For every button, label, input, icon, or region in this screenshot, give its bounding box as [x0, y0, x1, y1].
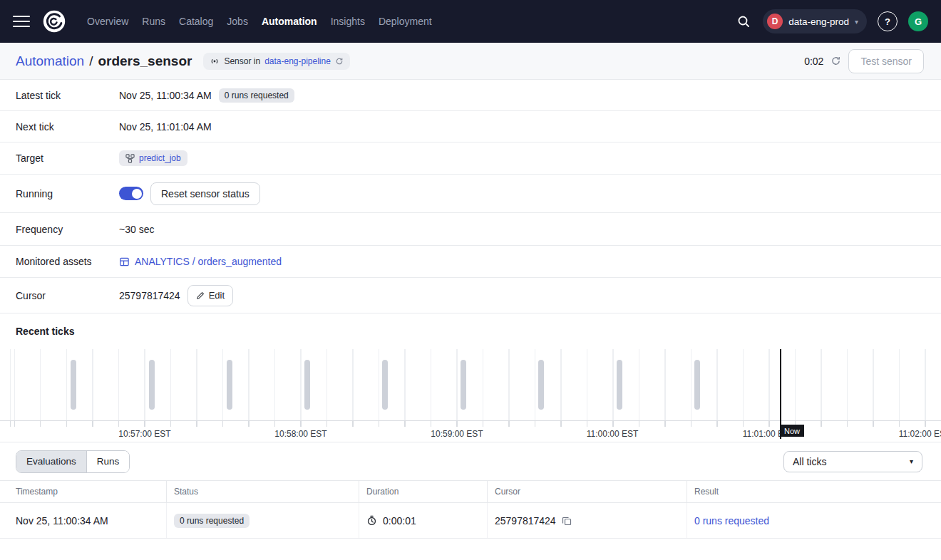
nav-jobs[interactable]: Jobs: [227, 16, 248, 27]
detail-row-frequency: Frequency ~30 sec: [0, 213, 941, 246]
target-job-link[interactable]: predict_job: [119, 150, 187, 166]
evaluations-toolbar: Evaluations Runs All ticks ▾: [0, 442, 941, 480]
test-sensor-button[interactable]: Test sensor: [848, 49, 924, 73]
page-header: Automation / orders_sensor Sensor in dat…: [0, 43, 941, 80]
frequency-label: Frequency: [16, 224, 119, 235]
tick-timeline[interactable]: Now 10:57:00 EST10:58:00 EST10:59:00 EST…: [0, 349, 941, 442]
sensor-tick-bar[interactable]: [71, 360, 76, 410]
sensor-tick-bar[interactable]: [617, 360, 622, 410]
tab-runs[interactable]: Runs: [87, 451, 130, 472]
monitored-asset-link[interactable]: ANALYTICS / orders_augmented: [119, 256, 282, 267]
latest-tick-status-badge: 0 runs requested: [219, 88, 294, 103]
top-nav: Overview Runs Catalog Jobs Automation In…: [0, 0, 941, 43]
eval-result-link[interactable]: 0 runs requested: [694, 515, 769, 527]
help-icon[interactable]: ?: [878, 11, 898, 31]
nav-right-cluster: D data-eng-prod ▾ ? G: [735, 9, 928, 33]
monitored-assets-label: Monitored assets: [16, 256, 119, 267]
breadcrumb-separator: /: [89, 53, 93, 69]
evaluation-row[interactable]: Nov 25, 11:00:34 AM 0 runs requested 0:0…: [0, 503, 941, 539]
sensor-tick-bar[interactable]: [538, 360, 544, 410]
nav-catalog[interactable]: Catalog: [179, 16, 213, 27]
evaluations-table: Timestamp Status Duration Cursor Result …: [0, 480, 941, 539]
timeline-axis-label: 10:58:00 EST: [274, 429, 326, 439]
sensor-tick-bar[interactable]: [461, 360, 466, 410]
refresh-timer: 0:02: [804, 56, 823, 67]
deployment-switcher[interactable]: D data-eng-prod ▾: [763, 9, 867, 33]
eval-cursor: 25797817424: [495, 515, 556, 527]
nav-overview[interactable]: Overview: [87, 16, 128, 27]
refresh-icon[interactable]: [831, 56, 841, 66]
page-title: orders_sensor: [98, 53, 192, 69]
running-label: Running: [16, 188, 119, 199]
detail-row-latest-tick: Latest tick Nov 25, 11:00:34 AM 0 runs r…: [0, 80, 941, 111]
edit-cursor-button[interactable]: Edit: [187, 285, 233, 306]
reset-sensor-status-button[interactable]: Reset sensor status: [150, 182, 260, 205]
next-tick-label: Next tick: [16, 121, 119, 133]
sensor-tick-bar[interactable]: [227, 360, 232, 410]
stopwatch-icon: [366, 515, 377, 526]
avatar[interactable]: G: [908, 11, 928, 31]
deployment-name: data-eng-prod: [788, 16, 849, 27]
eval-status-badge: 0 runs requested: [174, 514, 250, 528]
detail-row-running: Running Reset sensor status: [0, 175, 941, 213]
col-duration: Duration: [359, 481, 487, 502]
target-label: Target: [16, 152, 119, 164]
timeline-axis-label: 10:59:00 EST: [431, 429, 483, 439]
menu-icon[interactable]: [13, 16, 30, 27]
pencil-icon: [196, 291, 205, 300]
sensor-pill-prefix: Sensor in: [224, 56, 260, 66]
header-right-cluster: 0:02 Test sensor: [804, 49, 924, 73]
cursor-value: 25797817424: [119, 290, 180, 301]
detail-row-next-tick: Next tick Nov 25, 11:01:04 AM: [0, 111, 941, 142]
timeline-plot: [0, 349, 941, 420]
col-cursor: Cursor: [487, 481, 687, 502]
nav-items: Overview Runs Catalog Jobs Automation In…: [87, 16, 432, 27]
sensor-icon: [210, 56, 220, 66]
timeline-axis-label: 11:00:00 EST: [587, 429, 639, 439]
monitored-asset-name: ANALYTICS / orders_augmented: [135, 256, 282, 267]
eval-duration: 0:00:01: [383, 515, 416, 527]
detail-row-monitored-assets: Monitored assets ANALYTICS / orders_augm…: [0, 246, 941, 278]
detail-row-target: Target predict_job: [0, 142, 941, 175]
job-icon: [125, 154, 135, 163]
latest-tick-value: Nov 25, 11:00:34 AM: [119, 90, 212, 101]
latest-tick-label: Latest tick: [16, 90, 119, 101]
sensor-tick-bar[interactable]: [694, 360, 700, 410]
filter-selected-value: All ticks: [793, 456, 826, 467]
copy-icon[interactable]: [562, 516, 572, 526]
automation-sensor-page: Overview Runs Catalog Jobs Automation In…: [0, 0, 941, 560]
target-job-name: predict_job: [139, 153, 181, 163]
sensor-tick-bar[interactable]: [149, 360, 155, 410]
code-location-link[interactable]: data-eng-pipeline: [264, 56, 331, 66]
tab-evaluations[interactable]: Evaluations: [16, 451, 87, 472]
sensor-tick-bar[interactable]: [304, 360, 310, 410]
col-status: Status: [166, 481, 359, 502]
tab-group: Evaluations Runs: [16, 450, 130, 473]
col-timestamp: Timestamp: [0, 481, 166, 502]
now-badge: Now: [780, 425, 804, 437]
nav-automation[interactable]: Automation: [262, 16, 317, 27]
edit-button-label: Edit: [209, 290, 225, 301]
ticks-filter-select[interactable]: All ticks ▾: [783, 451, 922, 472]
table-header-row: Timestamp Status Duration Cursor Result: [0, 480, 941, 503]
running-toggle[interactable]: [119, 187, 143, 200]
col-result: Result: [687, 481, 941, 502]
deployment-badge: D: [767, 14, 783, 29]
asset-table-icon: [119, 256, 130, 267]
nav-runs[interactable]: Runs: [142, 16, 165, 27]
search-icon[interactable]: [735, 13, 752, 30]
eval-timestamp: Nov 25, 11:00:34 AM: [0, 503, 166, 538]
next-tick-value: Nov 25, 11:01:04 AM: [119, 121, 212, 133]
caret-down-icon: ▾: [910, 457, 913, 465]
recent-ticks-heading: Recent ticks: [0, 313, 941, 349]
dagster-logo-icon[interactable]: [40, 7, 68, 36]
reload-location-icon[interactable]: [335, 57, 344, 66]
breadcrumb-automation-link[interactable]: Automation: [16, 53, 84, 69]
cursor-label: Cursor: [16, 290, 119, 301]
timeline-axis-label: 10:57:00 EST: [118, 429, 170, 439]
nav-insights[interactable]: Insights: [331, 16, 365, 27]
nav-deployment[interactable]: Deployment: [379, 16, 432, 27]
frequency-value: ~30 sec: [119, 224, 154, 235]
sensor-tick-bar[interactable]: [382, 360, 388, 410]
detail-row-cursor: Cursor 25797817424 Edit: [0, 278, 941, 313]
